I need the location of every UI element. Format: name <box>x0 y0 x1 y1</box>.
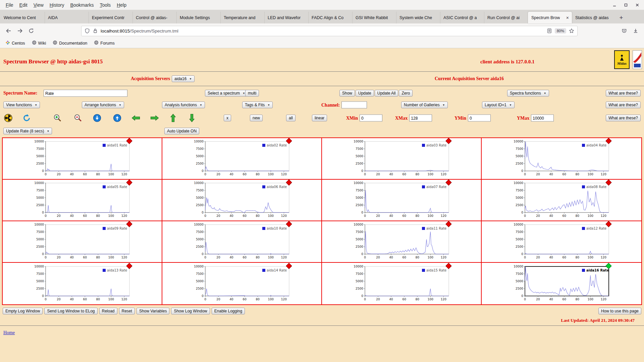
number-of-galleries-dropdown[interactable]: Number of Galleries▼ <box>401 102 448 108</box>
tab-6[interactable]: LED and Wavefor <box>264 12 308 23</box>
downloads-icon[interactable] <box>631 26 641 36</box>
arrow-right-icon[interactable] <box>150 115 159 121</box>
gallery-cell-aida02[interactable]: 025005000750010000020406080100120aida02 … <box>162 138 322 180</box>
acquisition-server-select[interactable]: aida16▼ <box>172 75 195 82</box>
analysis-functions-dropdown[interactable]: Analysis functions▼ <box>162 102 205 108</box>
view-functions-dropdown[interactable]: View functions▼ <box>3 102 40 108</box>
select-spectrum-dropdown[interactable]: Select a spectrum▼ <box>205 90 248 97</box>
back-button[interactable] <box>3 26 13 36</box>
tab-0[interactable]: Welcome to Cent <box>1 12 45 23</box>
tab-9[interactable]: System wide Che <box>396 12 440 23</box>
all-button[interactable]: all <box>286 115 296 121</box>
zoom-out-icon[interactable] <box>74 114 82 122</box>
tab-8[interactable]: GSI White Rabbit <box>352 12 396 23</box>
bookmark-wiki[interactable]: Wiki <box>29 39 49 47</box>
channel-input[interactable] <box>341 102 367 109</box>
menu-edit[interactable]: Edit <box>16 1 31 9</box>
zoom-level-badge[interactable]: 80% <box>555 28 566 34</box>
arrange-functions-dropdown[interactable]: Arrange functions▼ <box>82 102 124 108</box>
gallery-cell-aida06[interactable]: 025005000750010000020406080100120aida06 … <box>162 180 322 221</box>
forward-button[interactable] <box>15 26 25 36</box>
show-button[interactable]: Show <box>339 90 355 97</box>
tab-2[interactable]: Experiment Contr <box>89 12 132 23</box>
radiation-icon[interactable] <box>4 114 12 122</box>
tab-7[interactable]: FADC Align & Co <box>308 12 352 23</box>
maximize-button[interactable] <box>624 3 628 7</box>
update-button[interactable]: Update <box>356 90 374 97</box>
reload-icon[interactable] <box>26 26 36 36</box>
footer-button-send-log-window-to-elog[interactable]: Send Log Window to ELog <box>44 308 97 314</box>
footer-button-enable-logging[interactable]: Enable Logging <box>212 308 245 314</box>
tags-fits-dropdown[interactable]: Tags & Fits▼ <box>242 102 273 108</box>
arrow-down-icon[interactable] <box>189 114 195 122</box>
scroll-down-icon[interactable] <box>93 114 101 122</box>
gallery-cell-aida11[interactable]: 025005000750010000020406080100120aida11 … <box>322 221 482 263</box>
xmax-input[interactable] <box>409 115 432 122</box>
menu-view[interactable]: View <box>31 1 47 9</box>
x-button[interactable]: x <box>224 115 231 121</box>
zero-button[interactable]: Zero <box>399 90 413 97</box>
bookmark-star-icon[interactable] <box>569 28 574 34</box>
tab-13[interactable]: Statistics @ aidas <box>572 12 616 23</box>
tab-close-icon[interactable]: × <box>564 15 569 20</box>
gallery-cell-aida12[interactable]: 025005000750010000020406080100120aida12 … <box>482 221 641 263</box>
menu-file[interactable]: File <box>3 1 16 9</box>
update-all-button[interactable]: Update All <box>375 90 398 97</box>
ymax-input[interactable] <box>531 115 554 122</box>
spectra-functions-dropdown[interactable]: Spectra functions▼ <box>507 90 549 97</box>
menu-help[interactable]: Help <box>114 1 129 9</box>
tab-12[interactable]: Spectrum Brow× <box>528 12 572 23</box>
bookmark-documentation[interactable]: Documentation <box>50 39 90 47</box>
pocket-icon[interactable] <box>619 26 629 36</box>
gallery-cell-aida14[interactable]: 025005000750010000020406080100120aida14 … <box>162 263 322 304</box>
gallery-cell-aida08[interactable]: 025005000750010000020406080100120aida08 … <box>482 180 641 221</box>
xmin-input[interactable] <box>360 115 382 122</box>
refresh-icon[interactable] <box>22 114 31 122</box>
gallery-cell-aida05[interactable]: 025005000750010000020406080100120aida05 … <box>3 180 162 221</box>
tab-11[interactable]: Run Control @ ai <box>484 12 528 23</box>
gallery-cell-aida07[interactable]: 025005000750010000020406080100120aida07 … <box>322 180 482 221</box>
arrow-up-icon[interactable] <box>170 114 176 122</box>
spectrum-name-input[interactable] <box>44 90 127 97</box>
multi-button[interactable]: multi <box>245 90 259 97</box>
ymin-input[interactable] <box>468 115 491 122</box>
gallery-cell-aida10[interactable]: 025005000750010000020406080100120aida10 … <box>162 221 322 263</box>
footer-button-show-log-window[interactable]: Show Log Window <box>171 308 210 314</box>
layout-id-dropdown[interactable]: Layout ID=1▼ <box>482 102 515 108</box>
home-link[interactable]: Home <box>3 330 15 335</box>
minimize-button[interactable] <box>612 3 616 7</box>
gallery-cell-aida01[interactable]: 025005000750010000020406080100120aida01 … <box>3 138 162 180</box>
gallery-cell-aida09[interactable]: 025005000750010000020406080100120aida09 … <box>3 221 162 263</box>
new-tab-button[interactable]: + <box>616 12 627 23</box>
tab-4[interactable]: Module Settings <box>176 12 220 23</box>
bookmark-forums[interactable]: Forums <box>91 39 117 47</box>
close-button[interactable] <box>635 3 639 7</box>
new-button[interactable]: new <box>250 115 263 121</box>
lock-icon[interactable] <box>93 28 98 34</box>
tab-10[interactable]: ASIC Control @ a <box>440 12 484 23</box>
gallery-cell-aida13[interactable]: 025005000750010000020406080100120aida13 … <box>3 263 162 304</box>
arrow-left-icon[interactable] <box>131 115 140 121</box>
shield-icon[interactable] <box>85 28 90 34</box>
what-are-these-button-3[interactable]: What are these? <box>606 115 641 121</box>
gallery-cell-aida15[interactable]: 025005000750010000020406080100120aida15 … <box>322 263 482 304</box>
gallery-cell-aida04[interactable]: 025005000750010000020406080100120aida04 … <box>482 138 641 180</box>
reader-mode-icon[interactable] <box>547 28 552 34</box>
footer-button-reload[interactable]: Reload <box>99 308 117 314</box>
menu-bookmarks[interactable]: Bookmarks <box>67 1 97 9</box>
linear-button[interactable]: linear <box>312 115 327 121</box>
tab-3[interactable]: Control @ aidas- <box>132 12 176 23</box>
bookmark-centos[interactable]: Centos <box>3 39 28 47</box>
what-are-these-button-2[interactable]: What are these? <box>606 102 641 108</box>
scroll-up-icon[interactable] <box>113 114 121 122</box>
zoom-in-icon[interactable] <box>53 114 62 122</box>
menu-history[interactable]: History <box>47 1 67 9</box>
footer-button-show-variables[interactable]: Show Variables <box>137 308 170 314</box>
gallery-cell-aida16[interactable]: 025005000750010000020406080100120aida16 … <box>482 263 641 304</box>
tab-1[interactable]: AIDA <box>45 12 89 23</box>
gallery-cell-aida03[interactable]: 025005000750010000020406080100120aida03 … <box>322 138 482 180</box>
auto-update-button[interactable]: Auto Update ON <box>164 128 199 134</box>
update-rate-dropdown[interactable]: Update Rate (8 secs)▼ <box>3 128 52 134</box>
menu-tools[interactable]: Tools <box>97 1 114 9</box>
footer-button-reset[interactable]: Reset <box>119 308 135 314</box>
